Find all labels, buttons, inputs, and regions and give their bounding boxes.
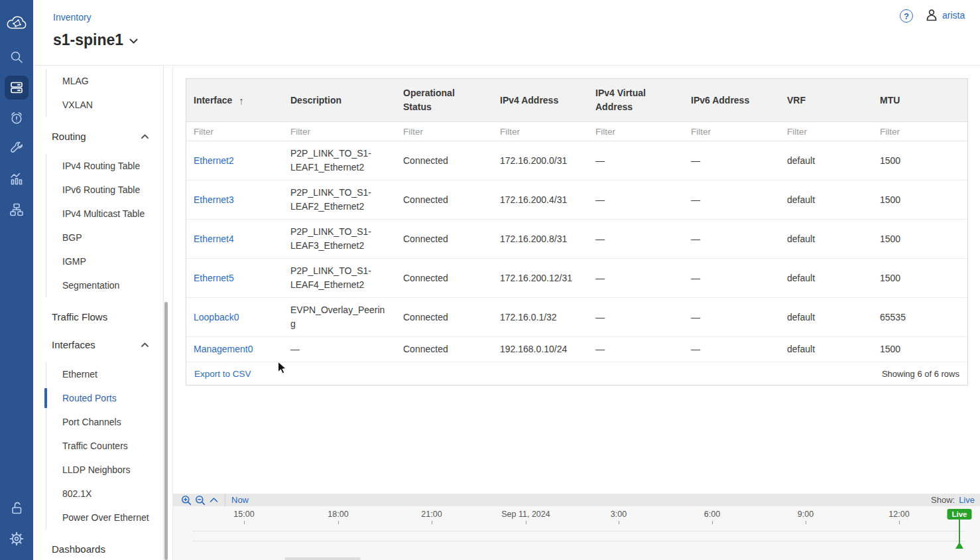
sidebar-item-igmp[interactable]: IGMP: [46, 249, 163, 273]
time-tick-label: 15:00: [233, 510, 254, 519]
filter-input-description[interactable]: [290, 127, 389, 137]
show-live-link[interactable]: Live: [959, 495, 975, 505]
sidebar-item-bgp[interactable]: BGP: [46, 226, 163, 249]
tick-mark: [899, 521, 900, 524]
time-tick-label: 9:00: [798, 510, 814, 519]
show-label: Show:: [931, 495, 955, 505]
unlock-icon[interactable]: [5, 496, 29, 520]
cloudvision-logo-icon[interactable]: [5, 11, 28, 35]
table-row: Ethernet3 P2P_LINK_TO_S1-LEAF2_Ethernet2…: [186, 180, 967, 220]
page-header: Inventory s1-spine1 ? arista: [33, 0, 980, 65]
filter-input-ipv6-address[interactable]: [691, 127, 772, 137]
column-header-ipv4-address[interactable]: IPv4 Address: [493, 79, 588, 121]
sidebar-item-port-channels[interactable]: Port Channels: [46, 410, 163, 434]
collapse-timeline-icon[interactable]: [207, 494, 221, 506]
events-icon[interactable]: [5, 106, 29, 130]
metrics-icon[interactable]: [5, 167, 29, 191]
column-header-ipv4-virtual-address[interactable]: IPv4 Virtual Address: [588, 79, 684, 121]
interface-link[interactable]: Ethernet2: [194, 155, 234, 166]
sidebar-item-ethernet[interactable]: Ethernet: [46, 362, 163, 386]
sidebar-item-mlag[interactable]: MLAG: [46, 69, 163, 93]
routed-ports-table: Interface ↑ Description Operational Stat…: [186, 78, 968, 385]
devices-icon[interactable]: [5, 76, 29, 100]
sidebar-section-interfaces[interactable]: Interfaces: [33, 332, 163, 356]
now-link[interactable]: Now: [231, 495, 249, 505]
sidebar-item-traffic-counters[interactable]: Traffic Counters: [46, 434, 163, 458]
table-filter-row: [186, 122, 967, 141]
column-header-mtu[interactable]: MTU: [873, 79, 967, 121]
tick-mark: [526, 521, 526, 524]
time-tick-label: 12:00: [888, 510, 909, 519]
nav-group-interfaces: Ethernet Routed Ports Port Channels Traf…: [46, 362, 163, 529]
sidebar-item-segmentation[interactable]: Segmentation: [46, 273, 163, 297]
interface-link[interactable]: Management0: [194, 344, 253, 354]
topology-icon[interactable]: [5, 198, 29, 222]
timeline-scrollbar[interactable]: [284, 557, 361, 560]
sidebar-item-power-over-ethernet[interactable]: Power Over Ethernet: [46, 506, 163, 529]
search-icon[interactable]: [5, 45, 29, 69]
filter-input-ipv4-address[interactable]: [500, 127, 581, 137]
live-marker-pointer: [955, 542, 963, 549]
row-count-label: Showing 6 of 6 rows: [882, 369, 959, 379]
breadcrumb-inventory[interactable]: Inventory: [53, 12, 92, 23]
tick-mark: [432, 521, 432, 524]
sidebar-item-ipv4-routing-table[interactable]: IPv4 Routing Table: [46, 154, 163, 178]
table-row: Loopback0 EVPN_Overlay_Peering Connected…: [186, 298, 967, 337]
time-tick-label: 3:00: [611, 510, 627, 519]
help-icon[interactable]: ?: [900, 9, 913, 23]
table-body: Ethernet2 P2P_LINK_TO_S1-LEAF1_Ethernet2…: [186, 141, 967, 362]
filter-input-vrf[interactable]: [787, 127, 865, 137]
interface-link[interactable]: Ethernet5: [194, 273, 234, 283]
device-title[interactable]: s1-spine1: [53, 31, 138, 49]
filter-input-interface[interactable]: [194, 127, 276, 137]
sidebar-item-vxlan[interactable]: VXLAN: [46, 93, 163, 117]
tick-mark: [338, 521, 339, 524]
user-avatar-icon: [926, 9, 938, 21]
sidebar-item-routed-ports[interactable]: Routed Ports: [46, 386, 163, 410]
sidebar-item-lldp-neighbors[interactable]: LLDP Neighbors: [46, 458, 163, 482]
column-header-description[interactable]: Description: [283, 79, 396, 121]
tick-mark: [244, 521, 245, 524]
sidebar-item-traffic-flows[interactable]: Traffic Flows: [33, 305, 163, 328]
export-to-csv-link[interactable]: Export to CSV: [194, 369, 251, 379]
sidebar-section-routing[interactable]: Routing: [33, 124, 163, 148]
sidebar-item-802-1x[interactable]: 802.1X: [46, 482, 163, 506]
column-header-operational-status[interactable]: Operational Status: [396, 79, 493, 121]
nav-group-switching: MLAG VXLAN: [46, 69, 163, 117]
interface-link[interactable]: Ethernet4: [194, 234, 234, 244]
content-top-border: [164, 65, 980, 66]
tick-mark: [712, 521, 713, 524]
sidebar-item-ipv4-multicast-table[interactable]: IPv4 Multicast Table: [46, 202, 163, 226]
timeline-gridline: [192, 531, 965, 531]
settings-gear-icon[interactable]: [5, 527, 29, 551]
time-tick-label: 21:00: [421, 510, 442, 519]
tick-mark: [619, 521, 619, 524]
time-tick-label: 18:00: [328, 510, 348, 519]
timeline-panel: Now Show: Live 15:00 18:00 21:00 Sep 11,…: [173, 494, 980, 560]
sidebar-scrollbar[interactable]: [164, 302, 168, 560]
filter-input-mtu[interactable]: [880, 127, 960, 137]
zoom-in-icon[interactable]: [179, 494, 193, 506]
column-header-interface[interactable]: Interface ↑: [186, 79, 283, 121]
user-menu[interactable]: arista: [926, 9, 965, 21]
provisioning-icon[interactable]: [5, 137, 29, 161]
table-row: Ethernet4 P2P_LINK_TO_S1-LEAF3_Ethernet2…: [186, 220, 967, 259]
filter-input-ipv4-virtual-address[interactable]: [595, 127, 676, 137]
sidebar-item-ipv6-routing-table[interactable]: IPv6 Routing Table: [46, 178, 163, 202]
column-header-vrf[interactable]: VRF: [780, 79, 873, 121]
nav-group-routing: IPv4 Routing Table IPv6 Routing Table IP…: [46, 154, 163, 297]
time-tick-label: 6:00: [704, 510, 720, 519]
interface-link[interactable]: Ethernet3: [194, 194, 234, 205]
chevron-up-icon: [141, 134, 149, 139]
column-header-ipv6-address[interactable]: IPv6 Address: [684, 79, 780, 121]
table-row: Management0 — Connected 192.168.0.10/24 …: [186, 337, 967, 362]
chevron-down-icon: [129, 38, 138, 44]
interface-link[interactable]: Loopback0: [194, 312, 239, 322]
live-badge[interactable]: Live: [947, 509, 971, 520]
app-rail: [0, 0, 33, 560]
sidebar-item-dashboards[interactable]: Dashboards: [33, 537, 163, 560]
table-header-row: Interface ↑ Description Operational Stat…: [186, 79, 967, 122]
zoom-out-icon[interactable]: [193, 494, 207, 506]
filter-input-operational-status[interactable]: [403, 127, 485, 137]
content-left-border: [172, 65, 173, 560]
